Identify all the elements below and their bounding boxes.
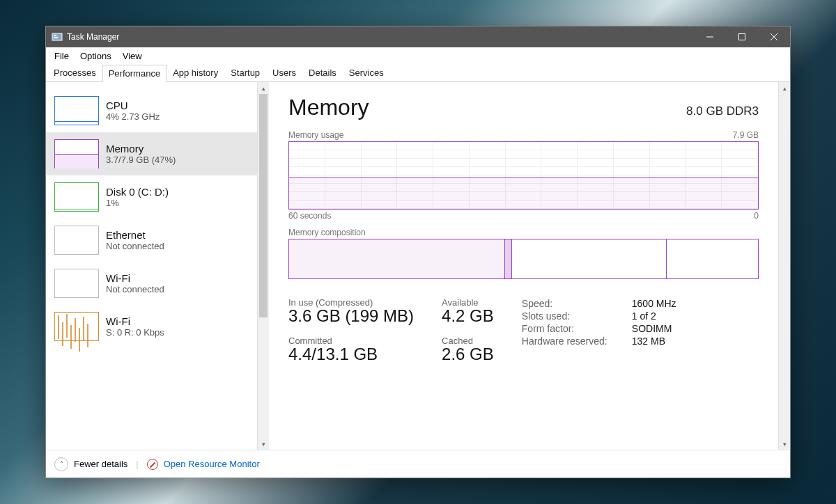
tab-details[interactable]: Details bbox=[302, 64, 343, 81]
usage-chart-max: 7.9 GB bbox=[733, 130, 759, 140]
tab-users[interactable]: Users bbox=[266, 64, 302, 81]
sidebar-item-sub: 3.7/7.9 GB (47%) bbox=[106, 155, 176, 165]
spec-table: Speed:1600 MHz Slots used:1 of 2 Form fa… bbox=[522, 297, 676, 364]
kv-slots-k: Slots used: bbox=[522, 310, 619, 322]
titlebar[interactable]: Task Manager bbox=[46, 26, 790, 47]
composition-inuse bbox=[289, 239, 505, 278]
window-title: Task Manager bbox=[67, 32, 119, 42]
maximize-button[interactable] bbox=[726, 26, 758, 47]
scroll-up-icon[interactable]: ▴ bbox=[779, 82, 790, 94]
wifi-thumb-icon bbox=[54, 269, 99, 298]
menu-bar: File Options View bbox=[46, 47, 790, 64]
scroll-down-icon[interactable]: ▾ bbox=[779, 438, 790, 450]
sidebar-item-sub: Not connected bbox=[106, 241, 164, 251]
svg-rect-1 bbox=[54, 35, 56, 36]
chevron-up-icon[interactable]: ˄ bbox=[54, 457, 68, 471]
sidebar: CPU 4% 2.73 GHz Memory 3.7/7.9 GB (47%) … bbox=[46, 82, 269, 450]
scroll-up-icon[interactable]: ▴ bbox=[258, 82, 269, 94]
sidebar-item-label: Memory bbox=[106, 143, 176, 155]
composition-standby bbox=[512, 239, 667, 278]
kv-hw-k: Hardware reserved: bbox=[522, 336, 619, 347]
svg-rect-2 bbox=[54, 37, 58, 38]
x-axis-left: 60 seconds bbox=[288, 211, 331, 221]
scroll-thumb[interactable] bbox=[259, 94, 268, 317]
kv-form-v: SODIMM bbox=[632, 323, 672, 334]
stats-panel: In use (Compressed) 3.6 GB (199 MB) Comm… bbox=[288, 297, 759, 364]
memory-thumb-icon bbox=[54, 139, 99, 168]
sidebar-item-label: Wi-Fi bbox=[106, 315, 164, 327]
resource-monitor-icon bbox=[147, 459, 158, 470]
disk-thumb-icon bbox=[54, 182, 99, 212]
composition-label: Memory composition bbox=[288, 228, 759, 237]
tab-performance[interactable]: Performance bbox=[102, 65, 167, 82]
sidebar-item-disk[interactable]: Disk 0 (C: D:) 1% bbox=[46, 175, 257, 219]
cpu-thumb-icon bbox=[54, 96, 99, 125]
kv-hw-v: 132 MB bbox=[632, 336, 665, 347]
sidebar-item-sub: 1% bbox=[106, 198, 169, 208]
memory-composition-chart bbox=[288, 239, 759, 279]
ethernet-thumb-icon bbox=[54, 226, 99, 255]
sidebar-scrollbar[interactable]: ▴ ▾ bbox=[257, 82, 269, 450]
app-icon bbox=[52, 31, 63, 42]
menu-view[interactable]: View bbox=[117, 49, 148, 63]
svg-rect-4 bbox=[739, 34, 745, 40]
composition-modified bbox=[505, 239, 512, 278]
sidebar-item-wifi-1[interactable]: Wi-Fi Not connected bbox=[46, 262, 257, 305]
body: CPU 4% 2.73 GHz Memory 3.7/7.9 GB (47%) … bbox=[46, 82, 790, 450]
page-title: Memory bbox=[288, 95, 369, 120]
footer: ˄ Fewer details | Open Resource Monitor bbox=[46, 450, 790, 478]
main-scrollbar[interactable]: ▴ ▾ bbox=[778, 82, 790, 450]
separator: | bbox=[133, 459, 141, 469]
memory-spec: 8.0 GB DDR3 bbox=[686, 104, 759, 118]
tab-strip: Processes Performance App history Startu… bbox=[46, 64, 790, 82]
tab-processes[interactable]: Processes bbox=[47, 64, 102, 81]
menu-file[interactable]: File bbox=[49, 49, 75, 63]
sidebar-item-wifi-2[interactable]: Wi-Fi S: 0 R: 0 Kbps bbox=[46, 305, 257, 348]
kv-speed-v: 1600 MHz bbox=[632, 298, 676, 309]
kv-slots-v: 1 of 2 bbox=[632, 310, 656, 322]
tab-startup[interactable]: Startup bbox=[224, 64, 266, 81]
tab-services[interactable]: Services bbox=[343, 64, 390, 81]
minimize-button[interactable] bbox=[694, 26, 726, 47]
sidebar-item-label: Ethernet bbox=[106, 229, 164, 241]
sidebar-item-label: Disk 0 (C: D:) bbox=[106, 186, 169, 198]
x-axis-right: 0 bbox=[754, 211, 759, 221]
stat-inuse-value: 3.6 GB (199 MB) bbox=[288, 306, 414, 326]
kv-speed-k: Speed: bbox=[522, 298, 619, 309]
sidebar-item-label: Wi-Fi bbox=[106, 272, 164, 284]
sidebar-item-memory[interactable]: Memory 3.7/7.9 GB (47%) bbox=[46, 132, 257, 175]
sidebar-item-sub: Not connected bbox=[106, 284, 164, 294]
stat-available-value: 4.2 GB bbox=[442, 306, 494, 326]
sidebar-item-ethernet[interactable]: Ethernet Not connected bbox=[46, 219, 257, 262]
memory-usage-chart bbox=[288, 141, 759, 210]
sidebar-item-sub: 4% 2.73 GHz bbox=[106, 111, 160, 122]
scroll-down-icon[interactable]: ▾ bbox=[258, 438, 269, 450]
menu-options[interactable]: Options bbox=[75, 49, 117, 63]
sidebar-item-cpu[interactable]: CPU 4% 2.73 GHz bbox=[46, 89, 257, 132]
wifi-thumb-icon bbox=[54, 312, 99, 341]
sidebar-item-sub: S: 0 R: 0 Kbps bbox=[106, 327, 164, 338]
open-resource-monitor-link[interactable]: Open Resource Monitor bbox=[164, 459, 260, 469]
close-button[interactable] bbox=[758, 26, 790, 47]
main-panel: Memory 8.0 GB DDR3 Memory usage 7.9 GB 6… bbox=[269, 82, 790, 450]
usage-chart-label: Memory usage bbox=[288, 130, 343, 140]
composition-free bbox=[667, 239, 758, 278]
fewer-details-link[interactable]: Fewer details bbox=[74, 459, 127, 469]
stat-cached-value: 2.6 GB bbox=[442, 345, 494, 364]
stat-committed-value: 4.4/13.1 GB bbox=[288, 345, 414, 364]
kv-form-k: Form factor: bbox=[522, 323, 619, 334]
task-manager-window: Task Manager File Options View Processes… bbox=[45, 26, 791, 478]
tab-app-history[interactable]: App history bbox=[167, 64, 224, 81]
sidebar-item-label: CPU bbox=[106, 100, 160, 111]
